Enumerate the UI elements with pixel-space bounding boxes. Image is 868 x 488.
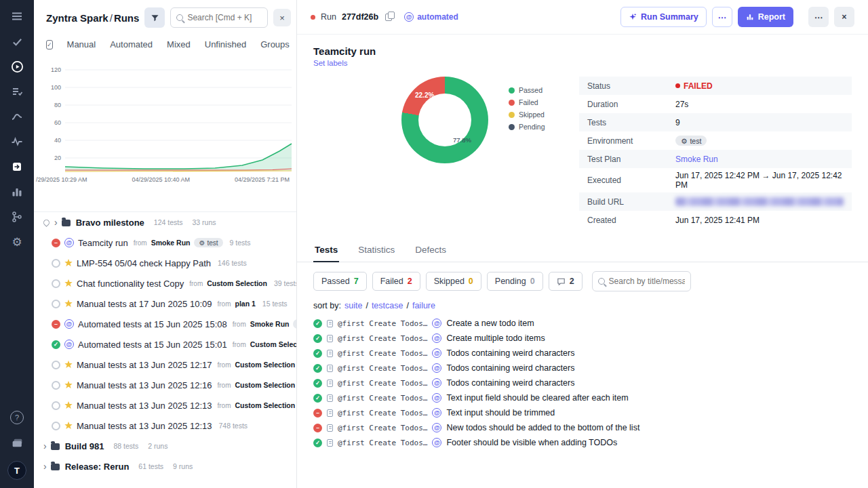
run-list-item[interactable]: Manual tests at 17 Jun 2025 10:09 from p… [34,293,296,314]
test-title[interactable]: New todos should be added to the bottom … [446,423,639,432]
more-actions-button[interactable]: ⋯ [808,7,829,27]
run-summary-button[interactable]: Run Summary [620,7,707,27]
test-row[interactable]: ✓ @first Create Todos… @ Todos containin… [297,346,868,361]
trend-icon[interactable] [10,110,24,123]
folder-row[interactable]: › Build 981 88 tests 2 runs [34,436,296,456]
collapse-panel-button[interactable]: × [273,9,291,26]
settings-gear-icon[interactable]: ⚙ [10,235,24,249]
run-list-item[interactable]: Manual tests at 13 Jun 2025 12:13 748 te… [34,415,296,436]
folder-tests-count: 61 tests [138,462,163,470]
milestone-row[interactable]: › Bravo milestone 124 tests 33 runs [34,212,296,232]
tab-tests[interactable]: Tests [313,240,339,262]
pulse-icon[interactable] [10,135,24,148]
at-icon: @ [432,333,441,343]
tab-groups[interactable]: Groups [260,39,290,49]
tab-automated[interactable]: Automated [110,39,153,49]
folder-runs-count: 2 runs [148,442,167,450]
detail-row-created: Created Jun 17, 2025 12:41 PM [579,211,852,229]
summary-more-button[interactable]: ⋯ [712,7,732,27]
sort-by-failure[interactable]: failure [412,301,435,310]
test-title[interactable]: Text input should be trimmed [446,408,555,418]
filter-button[interactable] [144,7,165,28]
run-list-item[interactable]: Manual tests at 13 Jun 2025 12:17 from C… [34,354,296,375]
chip-passed[interactable]: Passed7 [313,272,367,291]
close-run-button[interactable]: × [834,7,854,27]
test-title[interactable]: Todos containing weird characters [446,363,574,373]
test-row[interactable]: ✓ @first Create Todos… @ Todos containin… [297,375,868,390]
tab-manual[interactable]: Manual [67,39,96,49]
runs-search[interactable] [170,7,268,28]
chart-x-axis: /29/2025 10:29 AM 04/29/2025 10:40 AM 04… [42,175,296,183]
test-title[interactable]: Text input field should be cleared after… [446,393,628,403]
run-list-item[interactable]: – @ Automated tests at 15 Jun 2025 15:08… [34,314,296,334]
branch-icon[interactable] [10,210,24,224]
tab-mixed[interactable]: Mixed [167,39,191,49]
run-list-item[interactable]: Chat functionality test Copy from Custom… [34,273,296,293]
run-title: LMP-554 05/04 check Happy Path [77,258,211,268]
test-title[interactable]: Footer should be visible when adding TOD… [446,438,617,447]
run-overview: 22.2% 77.8% Passed Failed Skipped Pendin… [297,67,868,229]
failed-status-icon: – [52,320,60,329]
folder-runs-count: 9 runs [173,462,193,470]
chevron-right-icon[interactable]: › [54,218,58,227]
tab-unfinished[interactable]: Unfinished [205,39,246,49]
report-bars-icon[interactable] [10,185,24,199]
run-list-item[interactable]: Manual tests at 13 Jun 2025 12:13 from C… [34,395,296,415]
set-labels-link[interactable]: Set labels [313,59,868,67]
chip-failed[interactable]: Failed2 [372,272,420,291]
redacted-build-url[interactable] [675,197,844,206]
run-list-item[interactable]: – @ Teamcity run from Smoke Run ⚙test 9 … [34,232,296,253]
tests-search[interactable] [592,271,691,291]
check-icon[interactable] [10,35,24,48]
test-title[interactable]: Create a new todo item [446,319,534,328]
workspace-avatar[interactable]: T [7,461,26,480]
menu-icon[interactable] [10,9,24,23]
test-row[interactable]: ✓ @first Create Todos… @ Create multiple… [297,331,868,346]
runs-search-input[interactable] [187,13,262,22]
chip-skipped[interactable]: Skipped0 [426,272,481,291]
import-icon[interactable] [10,160,24,174]
run-list-item[interactable]: Manual tests at 13 Jun 2025 12:16 from C… [34,375,296,395]
tasks-icon[interactable] [10,85,24,98]
report-button[interactable]: Report [738,7,793,27]
test-row[interactable]: ✓ @first Create Todos… @ Create a new to… [297,316,868,331]
manual-run-icon [64,401,73,409]
run-list-item[interactable]: LMP-554 05/04 check Happy Path 146 tests [34,253,296,273]
chevron-right-icon[interactable]: › [43,441,47,451]
copy-icon[interactable] [385,14,392,21]
projects-folders-icon[interactable] [10,436,24,449]
folder-row[interactable]: › Release: Rerun 61 tests 9 runs [34,456,296,476]
run-source: Custom Selection [235,401,295,409]
tab-statistics[interactable]: Statistics [357,240,396,262]
sort-by-suite[interactable]: suite [344,301,362,310]
failed-icon: – [313,409,322,418]
tab-defects[interactable]: Defects [414,240,448,262]
test-title[interactable]: Todos containing weird characters [446,378,574,388]
tests-search-input[interactable] [609,277,685,286]
from-label: from [233,341,246,348]
folder-tests-count: 88 tests [113,442,138,450]
sort-by-testcase[interactable]: testcase [372,301,403,310]
from-label: from [217,300,231,308]
test-row[interactable]: – @first Create Todos… @ Text input shou… [297,405,868,420]
test-title[interactable]: Todos containing weird characters [446,348,574,358]
chevron-right-icon[interactable]: › [43,462,47,471]
run-list-item[interactable]: ✓ @ Automated tests at 15 Jun 2025 15:01… [34,334,296,354]
test-row[interactable]: ✓ @first Create Todos… @ Text input fiel… [297,390,868,405]
run-title: Manual tests at 13 Jun 2025 12:17 [77,360,212,370]
runs-play-icon[interactable] [10,60,24,73]
test-row[interactable]: ✓ @first Create Todos… @ Footer should b… [297,435,868,450]
at-icon: @ [432,363,441,373]
test-plan-link[interactable]: Smoke Run [675,155,718,164]
test-title[interactable]: Create multiple todo items [446,333,545,343]
select-mode-icon[interactable]: ✓ [46,40,53,49]
file-icon [327,350,333,357]
test-row[interactable]: – @first Create Todos… @ New todos shoul… [297,420,868,435]
help-icon[interactable]: ? [10,411,24,424]
chip-comments[interactable]: 2 [549,272,583,291]
test-filter-chips: Passed7 Failed2 Skipped0 Pending0 2 [297,262,868,294]
breadcrumb-separator: / [108,12,114,24]
project-name[interactable]: Zyntra Spark [46,12,108,24]
chip-pending[interactable]: Pending0 [487,272,543,291]
test-row[interactable]: ✓ @first Create Todos… @ Todos containin… [297,361,868,375]
